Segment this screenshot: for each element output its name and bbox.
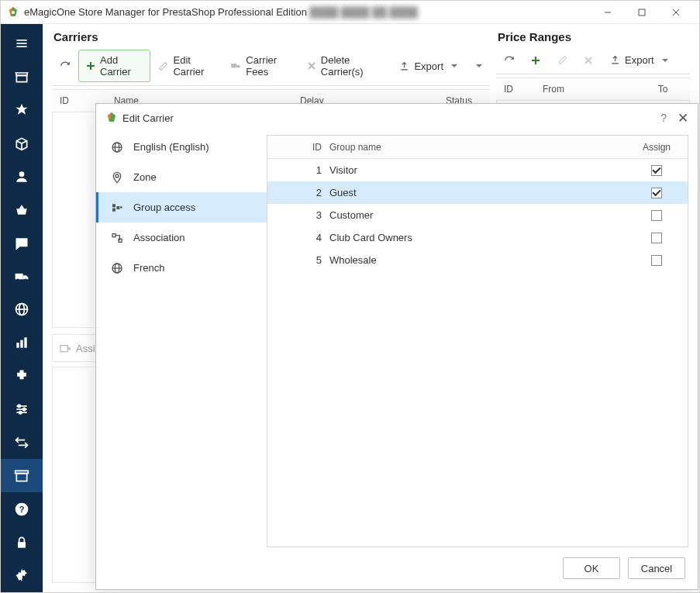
dialog-help-button[interactable]: ?: [660, 112, 667, 124]
svg-point-8: [19, 171, 25, 177]
svg-rect-44: [112, 233, 116, 236]
ranges-table-header: ID From To: [496, 78, 690, 101]
sidebar-help-icon[interactable]: ?: [1, 492, 43, 526]
globe-icon: [110, 140, 124, 154]
nav-language[interactable]: English (English): [96, 132, 267, 162]
sidebar-user-icon[interactable]: [1, 160, 43, 194]
group-icon: [110, 201, 124, 215]
edit-carrier-dialog: Edit Carrier ? ✕ English (English) Zone …: [95, 103, 698, 590]
dialog-nav: English (English) Zone Group access Asso…: [96, 132, 267, 547]
group-table-header: ID Group name Assign: [267, 136, 688, 159]
window-title: eMagicOne Store Manager for PrestaShop P…: [24, 6, 418, 18]
group-row[interactable]: 2Guest: [267, 181, 688, 204]
group-row[interactable]: 4Club Card Owners: [267, 226, 688, 249]
sidebar-menu-icon[interactable]: [1, 27, 43, 60]
group-row[interactable]: 3Customer: [267, 204, 688, 226]
sidebar-plugin-icon[interactable]: [1, 360, 43, 393]
svg-point-20: [18, 405, 20, 407]
group-row-name: Customer: [329, 209, 626, 221]
sidebar-archive-icon[interactable]: [1, 459, 43, 492]
sidebar-sliders-icon[interactable]: [1, 393, 43, 426]
assign-checkbox[interactable]: [651, 210, 662, 221]
app-logo-icon: [7, 6, 19, 19]
group-col-assign[interactable]: Assign: [626, 142, 688, 153]
group-col-name[interactable]: Group name: [329, 142, 626, 153]
delete-range-button[interactable]: [575, 50, 602, 71]
col-range-from[interactable]: From: [535, 84, 636, 95]
edit-carrier-button[interactable]: Edit Carrier: [150, 50, 222, 82]
pin-icon: [110, 171, 124, 184]
group-row-name: Visitor: [329, 164, 626, 176]
assign-checkbox[interactable]: [651, 165, 662, 176]
group-row-id: 1: [267, 164, 329, 176]
sidebar-store-icon[interactable]: [1, 60, 43, 94]
dialog-close-button[interactable]: ✕: [678, 110, 688, 126]
group-row-name: Club Card Owners: [329, 232, 626, 243]
nav-group-access[interactable]: Group access: [96, 192, 267, 222]
dialog-logo-icon: [105, 112, 118, 124]
group-row-name: Wholesale: [329, 254, 626, 266]
delete-carrier-button[interactable]: Delete Carrier(s): [299, 50, 391, 82]
sidebar-basket-icon[interactable]: [1, 193, 43, 226]
nav-zone[interactable]: Zone: [96, 162, 267, 192]
svg-point-10: [24, 278, 26, 281]
sidebar-box-icon[interactable]: [1, 127, 43, 160]
toolbar-overflow-button[interactable]: [465, 60, 490, 72]
add-carrier-button[interactable]: Add Carrier: [78, 50, 150, 82]
sidebar: ?: [1, 24, 43, 592]
col-range-id[interactable]: ID: [496, 84, 535, 95]
svg-text:?: ?: [19, 505, 25, 514]
cancel-button[interactable]: Cancel: [628, 557, 685, 579]
carrier-fees-button[interactable]: Carrier Fees: [222, 50, 298, 82]
sidebar-stats-icon[interactable]: [1, 326, 43, 360]
svg-rect-43: [116, 206, 119, 209]
add-range-button[interactable]: [522, 50, 549, 71]
assign-checkbox[interactable]: [651, 255, 662, 266]
group-row[interactable]: 5Wholesale: [267, 249, 688, 271]
sidebar-globe-icon[interactable]: [1, 293, 43, 326]
group-row[interactable]: 1Visitor: [267, 159, 688, 181]
group-row-id: 3: [267, 209, 329, 221]
group-row-id: 2: [267, 187, 329, 198]
sidebar-truck-icon[interactable]: [1, 260, 43, 293]
assign-checkbox[interactable]: [651, 233, 662, 243]
group-row-name: Guest: [329, 187, 626, 198]
nav-association[interactable]: Association: [96, 222, 267, 253]
nav-french[interactable]: French: [96, 253, 267, 283]
ok-button[interactable]: OK: [563, 557, 620, 579]
group-row-id: 5: [267, 254, 329, 266]
sidebar-lock-icon[interactable]: [1, 526, 43, 559]
svg-rect-32: [60, 346, 67, 352]
svg-point-40: [116, 174, 119, 178]
sidebar-star-icon[interactable]: [1, 94, 43, 127]
edit-range-button[interactable]: [549, 50, 575, 71]
carriers-title: Carriers: [53, 30, 490, 43]
dialog-footer: OK Cancel: [96, 547, 698, 589]
nav-association-label: Association: [133, 232, 184, 243]
title-bar: eMagicOne Store Manager for PrestaShop P…: [1, 1, 699, 24]
svg-rect-16: [24, 338, 26, 348]
sidebar-chat-icon[interactable]: [1, 226, 43, 260]
svg-point-9: [16, 278, 19, 281]
export-ranges-button[interactable]: Export: [602, 50, 676, 71]
price-ranges-title: Price Ranges: [498, 30, 690, 43]
dialog-title: Edit Carrier: [122, 112, 174, 124]
refresh-ranges-button[interactable]: [496, 50, 522, 71]
dialog-titlebar: Edit Carrier ? ✕: [96, 104, 698, 132]
window-minimize-button[interactable]: [591, 1, 625, 24]
assign-checkbox[interactable]: [651, 188, 662, 198]
export-carriers-button[interactable]: Export: [391, 56, 465, 77]
group-col-id[interactable]: ID: [267, 142, 329, 153]
refresh-button[interactable]: [52, 56, 78, 76]
sidebar-sync-icon[interactable]: [1, 426, 43, 460]
svg-rect-41: [112, 204, 116, 207]
nav-group-label: Group access: [133, 202, 195, 213]
carriers-toolbar: Add Carrier Edit Carrier Carrier Fees De…: [52, 50, 490, 86]
group-row-id: 4: [267, 232, 329, 243]
window-maximize-button[interactable]: [625, 1, 659, 24]
svg-rect-42: [112, 208, 116, 211]
window-close-button[interactable]: [659, 1, 693, 24]
sidebar-settings-icon[interactable]: [1, 559, 43, 592]
price-ranges-toolbar: Export: [496, 50, 690, 74]
col-range-to[interactable]: To: [636, 84, 690, 95]
